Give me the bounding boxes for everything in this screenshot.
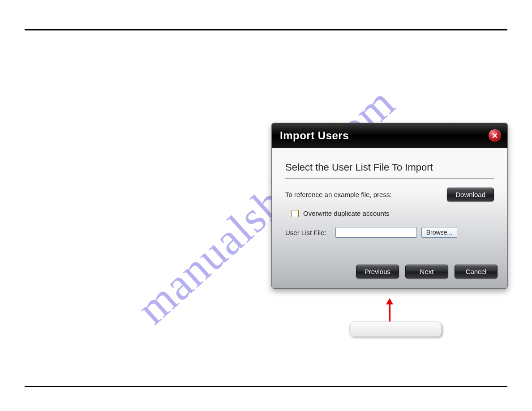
example-file-row: To reference an example file, press: Dow… <box>285 188 494 201</box>
arrow-shaft <box>389 303 390 323</box>
section-heading: Select the User List File To Import <box>285 162 494 179</box>
dialog-footer: Previous Next Cancel <box>272 260 507 288</box>
arrow-annotation <box>389 298 390 323</box>
callout-box <box>349 321 442 337</box>
dialog-header: Import Users <box>272 123 507 148</box>
overwrite-label: Overwrite duplicate accounts <box>303 210 390 217</box>
cancel-button[interactable]: Cancel <box>455 265 498 278</box>
example-file-label: To reference an example file, press: <box>285 191 392 198</box>
browse-button[interactable]: Browse... <box>421 227 457 238</box>
user-list-file-input[interactable] <box>335 227 417 238</box>
import-users-dialog: Import Users Select the User List File T… <box>271 123 508 289</box>
page-bottom-rule <box>25 386 507 387</box>
download-button[interactable]: Download <box>447 188 494 201</box>
next-button[interactable]: Next <box>405 265 448 278</box>
page-top-rule <box>25 29 507 30</box>
close-button[interactable] <box>489 129 501 142</box>
user-list-file-row: User List File: Browse... <box>285 227 494 238</box>
overwrite-checkbox[interactable] <box>292 210 299 217</box>
dialog-title: Import Users <box>280 129 349 142</box>
close-icon <box>492 133 498 139</box>
dialog-body: Select the User List File To Import To r… <box>272 148 507 260</box>
user-list-file-label: User List File: <box>285 229 326 236</box>
previous-button[interactable]: Previous <box>356 265 399 278</box>
arrow-head-icon <box>386 298 393 304</box>
overwrite-row: Overwrite duplicate accounts <box>292 210 494 217</box>
